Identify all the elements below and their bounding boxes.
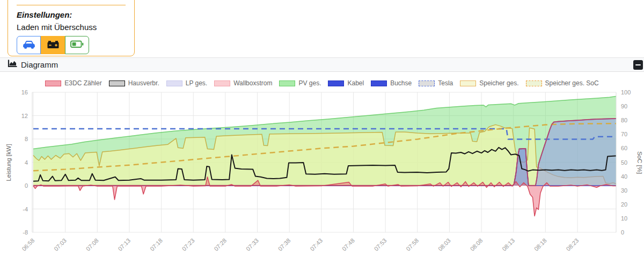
legend-item[interactable]: LP ges. bbox=[166, 79, 207, 87]
settings-title: Einstellungen: bbox=[17, 10, 126, 19]
x-tick: 07:33 bbox=[245, 237, 260, 252]
y-left-tick: 12 bbox=[21, 113, 28, 119]
legend-item[interactable]: Hausverbr. bbox=[109, 79, 159, 87]
legend-swatch bbox=[166, 80, 182, 86]
legend-swatch bbox=[45, 80, 61, 86]
y-left-tick: 4 bbox=[25, 159, 28, 166]
legend-label: Tesla bbox=[438, 79, 453, 87]
x-tick: 07:43 bbox=[309, 237, 324, 252]
legend-swatch bbox=[526, 80, 542, 86]
y-left-tick: 8 bbox=[25, 136, 28, 142]
diagram-header: Diagramm bbox=[0, 57, 644, 72]
legend-item[interactable]: Wallboxstrom bbox=[214, 79, 272, 87]
x-tick: 07:58 bbox=[405, 237, 420, 252]
y-right-tick: 70 bbox=[621, 131, 627, 137]
x-tick: 07:03 bbox=[53, 237, 68, 252]
y-left-tick: -8 bbox=[23, 229, 28, 236]
x-tick: 07:23 bbox=[181, 237, 196, 252]
legend-label: Buchse bbox=[390, 79, 412, 87]
x-tick: 08:18 bbox=[533, 237, 548, 252]
legend-label: Kabel bbox=[347, 79, 364, 87]
y-right-tick: 50 bbox=[621, 159, 627, 166]
x-tick: 07:08 bbox=[85, 237, 100, 252]
y-left-tick: 16 bbox=[21, 89, 28, 96]
charge-mode-label: Laden mit Überschuss bbox=[17, 23, 126, 32]
charge-mode-button-group bbox=[17, 36, 89, 54]
x-tick: 07:48 bbox=[341, 237, 356, 252]
x-tick: 08:08 bbox=[469, 237, 484, 252]
chart-legend: E3DC ZählerHausverbr.LP ges.Wallboxstrom… bbox=[0, 79, 644, 87]
legend-swatch bbox=[328, 80, 344, 86]
mode-battery-priority-button[interactable] bbox=[41, 36, 65, 54]
legend-swatch bbox=[371, 80, 387, 86]
legend-item[interactable]: Speicher ges. bbox=[460, 79, 518, 87]
y-right-tick: 60 bbox=[621, 145, 627, 151]
y-left-tick: -4 bbox=[23, 206, 28, 212]
y-right-tick: 10 bbox=[621, 215, 627, 222]
car-battery-icon bbox=[47, 40, 60, 51]
battery-icon bbox=[70, 40, 84, 50]
chart-container: 1612840-4-8100908070605040302010006:5807… bbox=[0, 71, 644, 257]
chart-canvas[interactable]: 1612840-4-8100908070605040302010006:5807… bbox=[0, 71, 644, 257]
legend-item[interactable]: Buchse bbox=[371, 79, 412, 87]
x-tick: 07:28 bbox=[213, 237, 228, 252]
y-right-tick: 80 bbox=[621, 117, 627, 123]
legend-label: Wallboxstrom bbox=[233, 79, 272, 87]
legend-item[interactable]: PV ges. bbox=[279, 79, 321, 87]
y-right-tick: 100 bbox=[621, 89, 631, 96]
legend-item[interactable]: Speicher ges. SoC bbox=[526, 79, 599, 87]
chart-area-icon bbox=[8, 60, 17, 70]
legend-swatch bbox=[109, 80, 125, 86]
legend-swatch bbox=[460, 80, 476, 86]
x-tick: 07:18 bbox=[149, 237, 164, 252]
y-right-tick: 40 bbox=[621, 173, 627, 180]
legend-swatch bbox=[419, 80, 435, 86]
legend-label: PV ges. bbox=[298, 79, 321, 87]
legend-label: E3DC Zähler bbox=[64, 79, 101, 87]
y-left-axis-title: Leistung [kW] bbox=[5, 144, 12, 181]
y-right-tick: 0 bbox=[621, 229, 624, 236]
car-icon bbox=[22, 39, 36, 51]
legend-swatch bbox=[214, 80, 230, 86]
x-tick: 07:38 bbox=[277, 237, 292, 252]
legend-item[interactable]: Kabel bbox=[328, 79, 364, 87]
x-tick: 08:23 bbox=[565, 237, 580, 252]
mode-eco-button[interactable] bbox=[65, 36, 89, 54]
y-right-tick: 30 bbox=[621, 187, 627, 194]
divider bbox=[17, 5, 126, 5]
legend-label: Hausverbr. bbox=[128, 79, 159, 87]
legend-swatch bbox=[279, 80, 295, 86]
settings-card: Einstellungen: Laden mit Überschuss bbox=[8, 0, 135, 56]
y-right-tick: 20 bbox=[621, 201, 627, 208]
x-tick: 06:58 bbox=[20, 237, 35, 252]
legend-label: Speicher ges. SoC bbox=[545, 79, 599, 87]
y-right-axis-title: SoC [%] bbox=[636, 151, 643, 174]
legend-item[interactable]: E3DC Zähler bbox=[45, 79, 101, 87]
y-left-tick: 0 bbox=[25, 182, 28, 189]
legend-item[interactable]: Tesla bbox=[419, 79, 453, 87]
diagram-title: Diagramm bbox=[21, 60, 58, 69]
x-tick: 08:13 bbox=[501, 237, 516, 252]
legend-label: LP ges. bbox=[186, 79, 207, 87]
legend-label: Speicher ges. bbox=[479, 79, 518, 87]
x-tick: 08:03 bbox=[437, 237, 452, 252]
x-tick: 07:13 bbox=[116, 237, 131, 252]
minus-icon bbox=[635, 64, 641, 66]
y-right-tick: 90 bbox=[621, 103, 627, 109]
x-tick: 07:53 bbox=[373, 237, 388, 252]
mode-car-button[interactable] bbox=[17, 36, 41, 54]
collapse-button[interactable] bbox=[633, 60, 643, 70]
